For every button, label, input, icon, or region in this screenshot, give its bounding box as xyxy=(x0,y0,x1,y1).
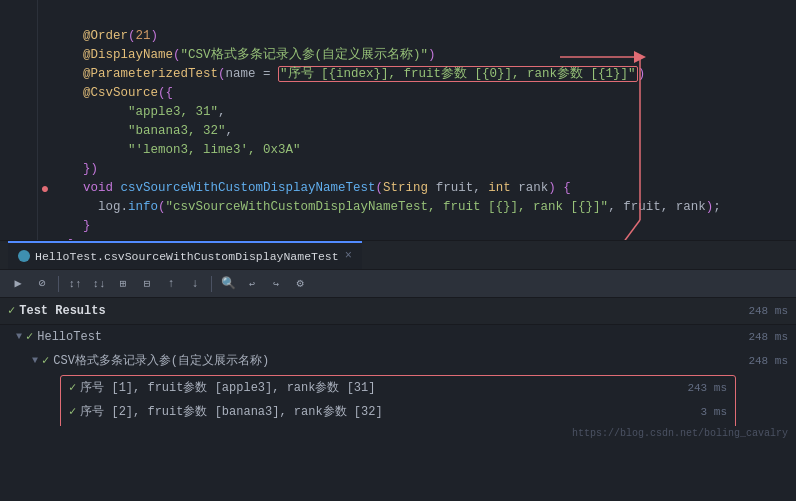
import-button[interactable]: ↩ xyxy=(242,274,262,294)
breakpoint-icon[interactable]: ● xyxy=(38,179,52,198)
test-row-2[interactable]: ✓ 序号 [2], fruit参数 [banana3], rank参数 [32]… xyxy=(61,400,735,424)
line-numbers: . xyxy=(0,0,38,240)
expand-button[interactable]: ⊞ xyxy=(113,274,133,294)
toolbar-sep-1 xyxy=(58,276,59,292)
up-button[interactable]: ↑ xyxy=(161,274,181,294)
test-row-1-label: 序号 [1], fruit参数 [apple3], rank参数 [31] xyxy=(80,378,375,398)
stop-button[interactable]: ⊘ xyxy=(32,274,52,294)
settings-button[interactable]: ⚙ xyxy=(290,274,310,294)
pass-icon-3: ✓ xyxy=(69,378,76,398)
test-row-1[interactable]: ✓ 序号 [1], fruit参数 [apple3], rank参数 [31] … xyxy=(61,376,735,400)
results-check-icon: ✓ xyxy=(8,301,15,321)
test-toolbar: ▶ ⊘ ↕↑ ↕↓ ⊞ ⊟ ↑ ↓ 🔍 ↩ ↪ ⚙ xyxy=(0,270,796,298)
csv-group-time: 248 ms xyxy=(748,351,796,371)
results-header-row: ✓ Test Results 248 ms xyxy=(0,298,796,325)
code-editor: . ● . @Order(21) @DisplayName("CSV格式多条记录… xyxy=(0,0,796,240)
collapse-button[interactable]: ⊟ xyxy=(137,274,157,294)
sort-desc-button[interactable]: ↕↓ xyxy=(89,274,109,294)
toolbar-sep-2 xyxy=(211,276,212,292)
bottom-panel: HelloTest.csvSourceWithCustomDisplayName… xyxy=(0,240,796,441)
tab-close-button[interactable]: × xyxy=(345,249,352,263)
results-title: Test Results xyxy=(19,301,105,321)
csv-group-label: CSV格式多条记录入参(自定义展示名称) xyxy=(53,351,269,371)
sort-asc-button[interactable]: ↕↑ xyxy=(65,274,85,294)
tab-label: HelloTest.csvSourceWithCustomDisplayName… xyxy=(35,250,339,263)
chevron-icon: ▼ xyxy=(16,327,22,347)
test-row-1-time: 243 ms xyxy=(687,378,735,398)
tab-bar[interactable]: HelloTest.csvSourceWithCustomDisplayName… xyxy=(0,240,796,270)
pass-icon: ✓ xyxy=(26,327,33,347)
results-header-time: 248 ms xyxy=(748,301,788,321)
editor-gutter: ● xyxy=(38,0,56,240)
down-button[interactable]: ↓ xyxy=(185,274,205,294)
csv-group-row[interactable]: ▼ ✓ CSV格式多条记录入参(自定义展示名称) 248 ms xyxy=(0,349,796,373)
export-button[interactable]: ↪ xyxy=(266,274,286,294)
search-button[interactable]: 🔍 xyxy=(218,274,238,294)
watermark: https://blog.csdn.net/boling_cavalry xyxy=(0,426,796,441)
hellotest-row[interactable]: ▼ ✓ HelloTest 248 ms xyxy=(0,325,796,349)
hellotest-time: 248 ms xyxy=(748,327,796,347)
hellotest-label: HelloTest xyxy=(37,327,102,347)
chevron-icon-2: ▼ xyxy=(32,351,38,371)
code-text: . @Order(21) @DisplayName("CSV格式多条记录入参(自… xyxy=(56,0,796,240)
pass-icon-4: ✓ xyxy=(69,402,76,422)
tab-file-icon xyxy=(18,250,30,262)
test-row-2-time: 3 ms xyxy=(701,402,735,422)
results-panel[interactable]: ✓ Test Results 248 ms ▼ ✓ HelloTest 248 … xyxy=(0,298,796,426)
active-tab[interactable]: HelloTest.csvSourceWithCustomDisplayName… xyxy=(8,241,362,269)
test-row-2-label: 序号 [2], fruit参数 [banana3], rank参数 [32] xyxy=(80,402,382,422)
run-button[interactable]: ▶ xyxy=(8,274,28,294)
pass-icon-2: ✓ xyxy=(42,351,49,371)
